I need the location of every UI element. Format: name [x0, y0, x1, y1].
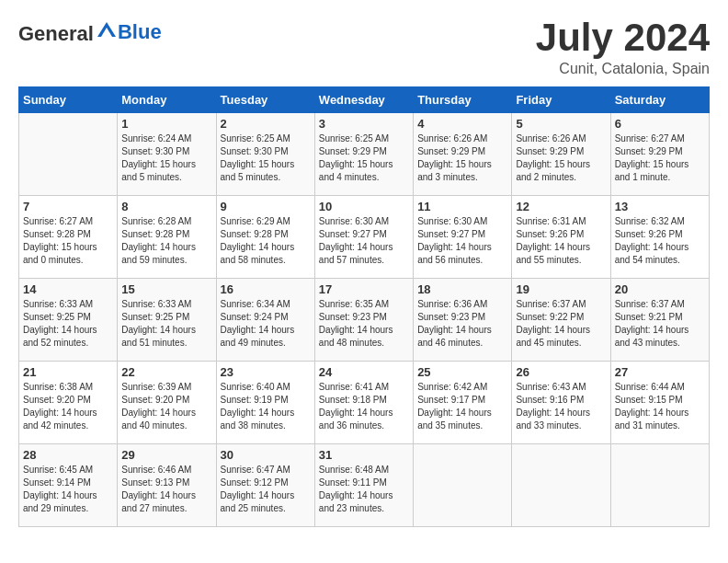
day-number: 16 — [221, 282, 311, 296]
cell-sun-info: Sunrise: 6:26 AMSunset: 9:29 PMDaylight:… — [516, 132, 606, 184]
calendar-week-row: 1Sunrise: 6:24 AMSunset: 9:30 PMDaylight… — [19, 113, 710, 196]
calendar-week-row: 21Sunrise: 6:38 AMSunset: 9:20 PMDayligh… — [19, 362, 710, 444]
calendar-cell: 20Sunrise: 6:37 AMSunset: 9:21 PMDayligh… — [610, 279, 709, 362]
day-number: 12 — [516, 200, 606, 213]
cell-sun-info: Sunrise: 6:24 AMSunset: 9:30 PMDaylight:… — [121, 132, 211, 184]
day-number: 27 — [615, 365, 705, 379]
day-number: 6 — [615, 117, 705, 131]
day-number: 13 — [615, 200, 705, 213]
cell-sun-info: Sunrise: 6:25 AMSunset: 9:29 PMDaylight:… — [319, 132, 409, 184]
cell-sun-info: Sunrise: 6:35 AMSunset: 9:23 PMDaylight:… — [319, 298, 409, 350]
calendar-cell — [19, 113, 118, 196]
calendar-cell: 25Sunrise: 6:42 AMSunset: 9:17 PMDayligh… — [414, 362, 512, 444]
day-number: 24 — [319, 365, 409, 379]
day-number: 9 — [221, 200, 311, 213]
cell-sun-info: Sunrise: 6:44 AMSunset: 9:15 PMDaylight:… — [615, 381, 705, 432]
logo-general-text: General — [18, 22, 94, 45]
day-number: 21 — [23, 365, 113, 379]
day-number: 23 — [221, 365, 311, 379]
day-number: 11 — [417, 200, 507, 213]
month-title: July 2024 — [536, 18, 710, 57]
cell-sun-info: Sunrise: 6:38 AMSunset: 9:20 PMDaylight:… — [23, 381, 113, 432]
day-number: 7 — [23, 200, 113, 213]
calendar-cell: 10Sunrise: 6:30 AMSunset: 9:27 PMDayligh… — [314, 196, 413, 279]
calendar-cell: 6Sunrise: 6:27 AMSunset: 9:29 PMDaylight… — [610, 113, 709, 196]
calendar-cell: 19Sunrise: 6:37 AMSunset: 9:22 PMDayligh… — [512, 279, 610, 362]
calendar-cell: 22Sunrise: 6:39 AMSunset: 9:20 PMDayligh… — [118, 362, 216, 444]
day-number: 20 — [615, 282, 705, 296]
day-number: 1 — [121, 117, 211, 131]
day-number: 25 — [417, 365, 507, 379]
cell-sun-info: Sunrise: 6:33 AMSunset: 9:25 PMDaylight:… — [121, 298, 211, 350]
day-number: 8 — [121, 200, 211, 213]
weekday-header: Friday — [512, 87, 610, 113]
calendar-cell: 5Sunrise: 6:26 AMSunset: 9:29 PMDaylight… — [512, 113, 610, 196]
day-number: 30 — [221, 448, 311, 462]
cell-sun-info: Sunrise: 6:41 AMSunset: 9:18 PMDaylight:… — [319, 381, 409, 432]
calendar-cell: 18Sunrise: 6:36 AMSunset: 9:23 PMDayligh… — [414, 279, 512, 362]
weekday-header: Sunday — [19, 87, 118, 113]
weekday-header: Saturday — [610, 87, 709, 113]
calendar-cell: 28Sunrise: 6:45 AMSunset: 9:14 PMDayligh… — [19, 444, 118, 527]
calendar-cell: 8Sunrise: 6:28 AMSunset: 9:28 PMDaylight… — [118, 196, 216, 279]
calendar-cell: 13Sunrise: 6:32 AMSunset: 9:26 PMDayligh… — [610, 196, 709, 279]
day-number: 28 — [23, 448, 113, 462]
cell-sun-info: Sunrise: 6:25 AMSunset: 9:30 PMDaylight:… — [221, 132, 311, 184]
day-number: 2 — [221, 117, 311, 131]
cell-sun-info: Sunrise: 6:29 AMSunset: 9:28 PMDaylight:… — [221, 215, 311, 267]
cell-sun-info: Sunrise: 6:48 AMSunset: 9:11 PMDaylight:… — [319, 464, 409, 515]
cell-sun-info: Sunrise: 6:33 AMSunset: 9:25 PMDaylight:… — [23, 298, 113, 350]
cell-sun-info: Sunrise: 6:45 AMSunset: 9:14 PMDaylight:… — [23, 464, 113, 515]
calendar-cell: 17Sunrise: 6:35 AMSunset: 9:23 PMDayligh… — [314, 279, 413, 362]
calendar-cell: 12Sunrise: 6:31 AMSunset: 9:26 PMDayligh… — [512, 196, 610, 279]
calendar-cell: 30Sunrise: 6:47 AMSunset: 9:12 PMDayligh… — [216, 444, 314, 527]
cell-sun-info: Sunrise: 6:43 AMSunset: 9:16 PMDaylight:… — [516, 381, 606, 432]
day-number: 5 — [516, 117, 606, 131]
cell-sun-info: Sunrise: 6:40 AMSunset: 9:19 PMDaylight:… — [221, 381, 311, 432]
logo-icon — [96, 18, 118, 40]
cell-sun-info: Sunrise: 6:46 AMSunset: 9:13 PMDaylight:… — [121, 464, 211, 515]
location: Cunit, Catalonia, Spain — [536, 61, 710, 77]
calendar-cell: 4Sunrise: 6:26 AMSunset: 9:29 PMDaylight… — [414, 113, 512, 196]
day-number: 4 — [417, 117, 507, 131]
cell-sun-info: Sunrise: 6:34 AMSunset: 9:24 PMDaylight:… — [221, 298, 311, 350]
calendar-cell: 1Sunrise: 6:24 AMSunset: 9:30 PMDaylight… — [118, 113, 216, 196]
day-number: 14 — [23, 282, 113, 296]
weekday-header: Tuesday — [216, 87, 314, 113]
day-number: 3 — [319, 117, 409, 131]
calendar-cell: 2Sunrise: 6:25 AMSunset: 9:30 PMDaylight… — [216, 113, 314, 196]
calendar-cell: 31Sunrise: 6:48 AMSunset: 9:11 PMDayligh… — [314, 444, 413, 527]
weekday-header: Wednesday — [314, 87, 413, 113]
day-number: 17 — [319, 282, 409, 296]
cell-sun-info: Sunrise: 6:31 AMSunset: 9:26 PMDaylight:… — [516, 215, 606, 267]
day-number: 15 — [121, 282, 211, 296]
calendar-cell: 7Sunrise: 6:27 AMSunset: 9:28 PMDaylight… — [19, 196, 118, 279]
calendar-cell: 21Sunrise: 6:38 AMSunset: 9:20 PMDayligh… — [19, 362, 118, 444]
calendar-week-row: 28Sunrise: 6:45 AMSunset: 9:14 PMDayligh… — [19, 444, 710, 527]
cell-sun-info: Sunrise: 6:27 AMSunset: 9:29 PMDaylight:… — [615, 132, 705, 184]
day-number: 22 — [121, 365, 211, 379]
cell-sun-info: Sunrise: 6:30 AMSunset: 9:27 PMDaylight:… — [319, 215, 409, 267]
day-number: 10 — [319, 200, 409, 213]
calendar-cell — [610, 444, 709, 527]
logo: General Blue — [18, 18, 162, 46]
calendar-cell: 14Sunrise: 6:33 AMSunset: 9:25 PMDayligh… — [19, 279, 118, 362]
cell-sun-info: Sunrise: 6:47 AMSunset: 9:12 PMDaylight:… — [221, 464, 311, 515]
calendar-cell: 11Sunrise: 6:30 AMSunset: 9:27 PMDayligh… — [414, 196, 512, 279]
calendar-header-row: SundayMondayTuesdayWednesdayThursdayFrid… — [19, 87, 710, 113]
day-number: 26 — [516, 365, 606, 379]
weekday-header: Thursday — [414, 87, 512, 113]
calendar-cell: 23Sunrise: 6:40 AMSunset: 9:19 PMDayligh… — [216, 362, 314, 444]
calendar-cell: 24Sunrise: 6:41 AMSunset: 9:18 PMDayligh… — [314, 362, 413, 444]
calendar-cell: 27Sunrise: 6:44 AMSunset: 9:15 PMDayligh… — [610, 362, 709, 444]
cell-sun-info: Sunrise: 6:42 AMSunset: 9:17 PMDaylight:… — [417, 381, 507, 432]
cell-sun-info: Sunrise: 6:39 AMSunset: 9:20 PMDaylight:… — [121, 381, 211, 432]
calendar-week-row: 14Sunrise: 6:33 AMSunset: 9:25 PMDayligh… — [19, 279, 710, 362]
calendar-week-row: 7Sunrise: 6:27 AMSunset: 9:28 PMDaylight… — [19, 196, 710, 279]
calendar-cell: 29Sunrise: 6:46 AMSunset: 9:13 PMDayligh… — [118, 444, 216, 527]
cell-sun-info: Sunrise: 6:37 AMSunset: 9:22 PMDaylight:… — [516, 298, 606, 350]
cell-sun-info: Sunrise: 6:26 AMSunset: 9:29 PMDaylight:… — [417, 132, 507, 184]
cell-sun-info: Sunrise: 6:36 AMSunset: 9:23 PMDaylight:… — [417, 298, 507, 350]
calendar-table: SundayMondayTuesdayWednesdayThursdayFrid… — [18, 86, 710, 527]
calendar-cell: 9Sunrise: 6:29 AMSunset: 9:28 PMDaylight… — [216, 196, 314, 279]
